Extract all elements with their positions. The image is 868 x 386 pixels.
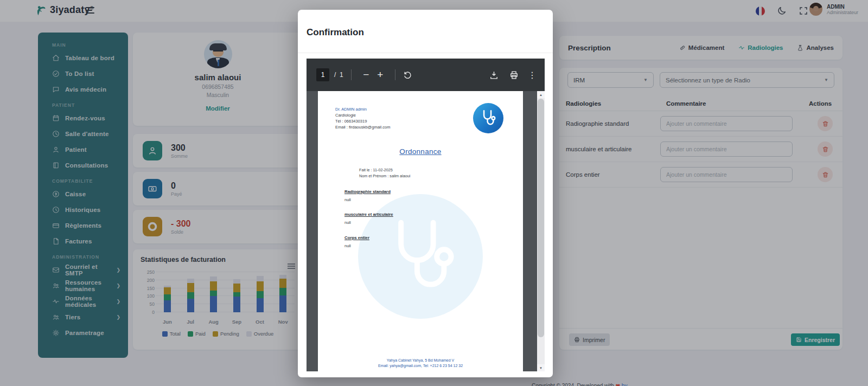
document-item-value: null [344,243,351,248]
pdf-scrollbar[interactable]: ▲ ▼ [537,91,545,371]
modal-title: Confirmation [307,27,364,38]
document-item-value: null [344,220,351,225]
document-item-name: Corps entier [344,235,369,240]
download-icon[interactable] [489,70,499,80]
app-root: 3iyadaty® ADMIN Administrateur MAINTable… [0,0,868,386]
zoom-out-button[interactable]: − [359,69,373,81]
page-count: 1 [340,71,343,79]
document-item-name: musculaire et articulaire [344,212,393,217]
clinic-logo [473,103,503,133]
doctor-line: Cardiologie [335,112,390,118]
scroll-up-icon[interactable]: ▲ [537,91,545,98]
doctor-line: Tél : 0663430319 [335,118,390,124]
more-options-icon[interactable]: ⋮ [529,70,535,80]
scrollbar-thumb[interactable] [538,99,544,337]
modal-divider [298,53,553,53]
scroll-down-icon[interactable]: ▼ [537,364,545,371]
pdf-page: Dr. ADMIN adminCardiologieTél : 06634303… [318,91,523,371]
doctor-line: Email : firdaouskb@gmail.com [335,124,390,130]
zoom-in-button[interactable]: + [373,69,387,81]
rotate-icon[interactable] [403,70,412,80]
document-meta: Fait le : 11-02-2025Nom et Prénom : sali… [359,167,410,179]
pdf-viewer: 1 / 1 − + ⋮ [307,59,545,371]
doctor-info-block: Dr. ADMIN adminCardiologieTél : 06634303… [335,106,390,130]
document-title: Ordonnance [318,147,523,156]
document-footer: Yahya Cabinet Yahya, 5 Bd Mohamed V Emai… [318,358,523,369]
document-meta-line: Nom et Prénom : salim alaoui [359,173,410,179]
document-item-value: null [344,197,351,202]
page-number-input[interactable]: 1 [316,68,329,81]
pdf-toolbar: 1 / 1 − + ⋮ [307,59,545,91]
print-icon[interactable] [509,70,519,80]
document-meta-line: Fait le : 11-02-2025 [359,167,410,173]
doctor-line: Dr. ADMIN admin [335,106,390,112]
confirmation-modal: Confirmation 1 / 1 − + [298,10,553,377]
document-item-name: Radiographie standard [344,189,391,194]
